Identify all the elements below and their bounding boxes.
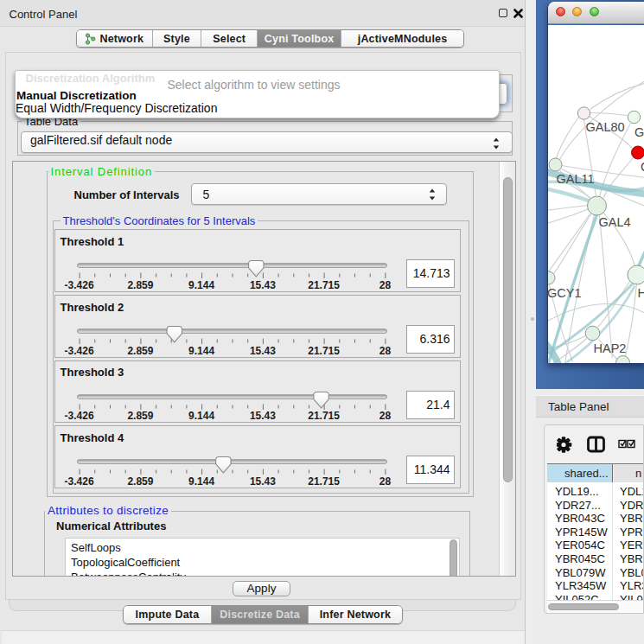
svg-text:C: C bbox=[641, 160, 644, 174]
svg-text:GCY1: GCY1 bbox=[548, 286, 582, 300]
svg-text:GAL4: GAL4 bbox=[598, 215, 630, 229]
svg-text:GAL11: GAL11 bbox=[556, 172, 594, 186]
svg-text:GAL80: GAL80 bbox=[585, 120, 624, 134]
svg-text:GA: GA bbox=[634, 124, 644, 138]
svg-text:H: H bbox=[637, 286, 644, 300]
svg-text:HAP2: HAP2 bbox=[593, 341, 626, 354]
